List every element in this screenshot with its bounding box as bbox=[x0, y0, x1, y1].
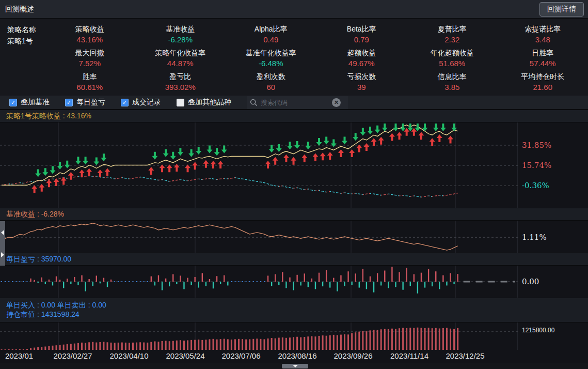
stat-label: 策略收益 bbox=[44, 24, 135, 34]
search-input[interactable] bbox=[261, 99, 328, 106]
checkbox-label: 叠加基准 bbox=[21, 98, 50, 107]
checkbox-4[interactable]: 叠加其他品种 bbox=[177, 98, 231, 107]
daily-pnl-title: 每日盈亏 : 35970.00 bbox=[6, 255, 588, 264]
stat-value: 39 bbox=[316, 82, 407, 93]
stat-cell: 超额收益49.67% bbox=[316, 48, 407, 70]
position-value-text: 持仓市值 : 1431598.24 bbox=[6, 310, 588, 319]
checkbox-checked-icon[interactable]: ✓ bbox=[65, 99, 73, 106]
benchmark-title: 基准收益 : -6.28% bbox=[6, 210, 588, 219]
backtest-detail-button[interactable]: 回测详情 bbox=[539, 2, 584, 17]
checkbox-label: 叠加其他品种 bbox=[188, 98, 231, 107]
stat-value: -6.48% bbox=[226, 58, 316, 69]
stat-value: 43.16% bbox=[44, 34, 135, 45]
checkbox-1[interactable]: ✓叠加基准 bbox=[9, 98, 50, 107]
daily-buy-sell-text: 单日买入 : 0.00 单日卖出 : 0.00 bbox=[6, 301, 588, 310]
stat-label: 胜率 bbox=[44, 71, 135, 82]
page-title: 回测概述 bbox=[4, 5, 34, 14]
stat-cell: 索提诺比率3.48 bbox=[498, 24, 588, 47]
stat-cell: 策略收益43.16% bbox=[44, 24, 135, 47]
stat-label: 基准收益 bbox=[135, 24, 226, 34]
titlebar: 回测概述 回测详情 bbox=[0, 0, 588, 19]
benchmark-axis: 1.11% bbox=[518, 221, 588, 253]
daily-pnl-header: 每日盈亏 : 35970.00 bbox=[0, 253, 588, 266]
clear-search-icon[interactable]: ✕ bbox=[332, 98, 341, 107]
stat-label: 最大回撤 bbox=[44, 48, 135, 58]
stat-cell: 亏损次数39 bbox=[316, 71, 407, 94]
checkbox-label: 成交记录 bbox=[132, 98, 161, 107]
stat-value: 60 bbox=[226, 82, 316, 93]
stat-value: 0.79 bbox=[316, 34, 407, 45]
benchmark-chart[interactable] bbox=[0, 221, 518, 253]
stat-value: 0.49 bbox=[226, 34, 316, 45]
x-tick-label: 2023/01 bbox=[5, 351, 33, 360]
position-header: 单日买入 : 0.00 单日卖出 : 0.00 持仓市值 : 1431598.2… bbox=[0, 298, 588, 322]
stat-cell: 胜率60.61% bbox=[44, 71, 135, 94]
axis-value-label: -0.36% bbox=[522, 181, 549, 190]
stat-label: Alpha比率 bbox=[226, 24, 316, 34]
x-tick-label: 2023/09/26 bbox=[333, 351, 372, 360]
position-value-chart[interactable] bbox=[0, 322, 518, 350]
stat-cell: Alpha比率0.49 bbox=[226, 24, 316, 47]
stat-label: 年化超额收益 bbox=[407, 48, 498, 58]
x-tick-label: 2023/04/10 bbox=[109, 351, 148, 360]
stat-label: 盈利次数 bbox=[226, 71, 316, 82]
stat-value: 60.61% bbox=[44, 82, 135, 93]
stat-cell: 盈利次数60 bbox=[226, 71, 316, 94]
bottom-bar bbox=[0, 363, 588, 369]
stat-cell: Beta比率0.79 bbox=[316, 24, 407, 47]
strategy-return-chart[interactable] bbox=[0, 122, 518, 208]
stat-value: 3.85 bbox=[407, 82, 498, 93]
x-tick-label: 2023/11/14 bbox=[390, 351, 428, 360]
stat-cell: 年化超额收益51.68% bbox=[407, 48, 498, 70]
stat-cell: 日胜率57.44% bbox=[498, 48, 588, 70]
stat-cell: 最大回撤7.52% bbox=[44, 48, 135, 70]
search-box[interactable]: ✕ bbox=[247, 96, 348, 109]
bottom-splitter-handle[interactable] bbox=[282, 364, 308, 368]
stat-cell: 策略年化收益率44.87% bbox=[135, 48, 226, 70]
x-axis: 2023/012023/02/272023/04/102023/05/24202… bbox=[0, 350, 588, 363]
stat-value: 2.32 bbox=[407, 34, 498, 45]
stat-value: 57.44% bbox=[498, 58, 588, 69]
stat-label: 索提诺比率 bbox=[498, 24, 588, 34]
search-icon bbox=[250, 99, 258, 106]
x-tick-label: 2023/05/24 bbox=[166, 351, 204, 360]
stat-value: 21.60 bbox=[498, 82, 588, 93]
stat-label: 基准年化收益率 bbox=[226, 48, 316, 58]
x-tick-label: 2023/08/16 bbox=[278, 351, 316, 360]
stat-value: -6.28% bbox=[135, 34, 226, 45]
checkbox-unchecked-icon[interactable] bbox=[177, 99, 184, 106]
daily-pnl-axis: 0.00 bbox=[518, 266, 588, 298]
stat-label: 超额收益 bbox=[316, 48, 407, 58]
checkbox-label: 每日盈亏 bbox=[76, 98, 105, 107]
position-value-axis: 1215800.00 bbox=[518, 322, 588, 350]
strategy-return-axis: 31.85%15.74%-0.36% bbox=[518, 122, 588, 208]
benchmark-header: 基准收益 : -6.28% bbox=[0, 208, 588, 221]
stat-cell: 平均持仓时长21.60 bbox=[498, 71, 588, 94]
strategy-return-header: 策略1号策略收益 : 43.16% bbox=[0, 110, 588, 122]
strategy-name-value: 策略1号 bbox=[7, 35, 44, 47]
chevron-left-icon bbox=[1, 230, 4, 235]
stat-value: 3.48 bbox=[498, 34, 588, 45]
checkbox-3[interactable]: ✓成交记录 bbox=[121, 98, 161, 107]
stats-grid: 策略收益43.16%基准收益-6.28%Alpha比率0.49Beta比率0.7… bbox=[44, 24, 588, 96]
stats-panel: 策略名称 策略1号 策略收益43.16%基准收益-6.28%Alpha比率0.4… bbox=[0, 19, 588, 96]
checkbox-checked-icon[interactable]: ✓ bbox=[121, 99, 129, 106]
left-splitter-handle[interactable] bbox=[0, 221, 5, 266]
checkbox-2[interactable]: ✓每日盈亏 bbox=[65, 98, 105, 107]
stat-label: 平均持仓时长 bbox=[498, 71, 588, 82]
axis-value-label: 15.74% bbox=[522, 161, 551, 170]
daily-pnl-chart[interactable] bbox=[0, 266, 518, 298]
stat-label: 信息比率 bbox=[407, 71, 498, 82]
stat-value: 7.52% bbox=[44, 58, 135, 69]
x-tick-label: 2023/12/25 bbox=[446, 351, 484, 360]
x-tick-label: 2023/07/06 bbox=[221, 351, 260, 360]
axis-value-label: 1.11% bbox=[522, 233, 547, 242]
axis-value-label: 0.00 bbox=[522, 277, 539, 286]
stat-cell: 信息比率3.85 bbox=[407, 71, 498, 94]
stat-cell: 基准年化收益率-6.48% bbox=[226, 48, 316, 70]
checkbox-checked-icon[interactable]: ✓ bbox=[9, 99, 17, 106]
x-tick-label: 2023/02/27 bbox=[53, 351, 92, 360]
stat-label: 策略年化收益率 bbox=[135, 48, 226, 58]
stat-label: 日胜率 bbox=[498, 48, 588, 58]
stat-label: 亏损次数 bbox=[316, 71, 407, 82]
